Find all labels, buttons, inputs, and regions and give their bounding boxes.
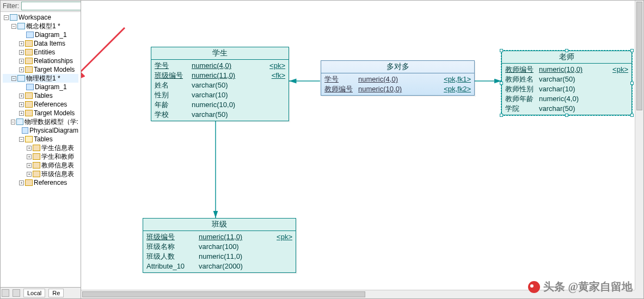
entity-title: 班级 xyxy=(143,219,296,231)
collapse-icon[interactable]: − xyxy=(4,15,9,20)
annotation-arrow xyxy=(81,22,130,93)
column-row: 班级编号numeric(11,0)<fk> xyxy=(155,71,285,80)
tree-label: References xyxy=(34,100,67,109)
expand-icon[interactable]: + xyxy=(19,50,24,55)
folder-icon xyxy=(25,40,33,47)
tree-label: Workspace xyxy=(19,13,51,22)
expand-icon[interactable]: + xyxy=(19,111,24,116)
tree-node[interactable]: + 班级信息表 xyxy=(3,170,78,178)
collapse-icon[interactable]: − xyxy=(11,76,16,81)
column-row: 性别varchar(10) xyxy=(155,90,285,100)
refresh-icon[interactable] xyxy=(2,289,9,297)
tree-node[interactable]: + References xyxy=(3,178,78,187)
tree-node[interactable]: − 物理模型1 * xyxy=(3,74,78,83)
column-row: 学院varchar(50) xyxy=(505,104,628,114)
tree-node[interactable]: + References xyxy=(3,100,78,109)
tree-node[interactable]: + 学生和教师 xyxy=(3,152,78,161)
tree-label: 教师信息表 xyxy=(41,161,74,170)
sidebar: Filter: − Workspace− 概念模型1 * Diagram_1+ … xyxy=(1,1,81,298)
folder-icon xyxy=(33,145,40,151)
tree-node[interactable]: + Entities xyxy=(3,48,78,57)
tree-node[interactable]: + Relationships xyxy=(3,57,78,65)
tree-node[interactable]: + Target Models xyxy=(3,109,78,117)
tab-repository[interactable]: Re xyxy=(48,289,64,297)
tree-label: 学生和教师 xyxy=(41,152,74,161)
column-row: 教师编号numeric(10,0)<pk> xyxy=(505,65,628,74)
entity-class[interactable]: 班级 班级编号numeric(11,0)<pk>班级名称varchar(100)… xyxy=(143,218,296,273)
tree-label: Diagram_1 xyxy=(35,30,67,39)
tree-node[interactable]: + 学生信息表 xyxy=(3,144,78,152)
column-row: 年龄numeric(10,0) xyxy=(155,100,285,110)
diagram-icon xyxy=(26,32,34,38)
entity-rows: 教师编号numeric(10,0)<pk>教师姓名varchar(50)教师性别… xyxy=(502,64,631,115)
tree-node[interactable]: − Tables xyxy=(3,135,78,144)
tree-label: 班级信息表 xyxy=(41,170,74,178)
model-icon xyxy=(10,14,17,21)
tree-label: Data Items xyxy=(34,39,65,48)
tab-local[interactable]: Local xyxy=(23,289,45,297)
scrollbar-corner xyxy=(635,290,643,298)
expand-icon[interactable]: + xyxy=(19,41,24,46)
collapse-icon[interactable]: − xyxy=(11,24,16,29)
tree-node[interactable]: PhysicalDiagram xyxy=(3,126,78,135)
object-tree[interactable]: − Workspace− 概念模型1 * Diagram_1+ Data Ite… xyxy=(1,12,81,287)
watermark: 头条 @黄家自留地 xyxy=(528,279,633,294)
diagram-icon xyxy=(22,127,28,134)
column-row: 教师编号numeric(10,0)<pk,fk2> xyxy=(324,84,471,94)
tree-label: Target Models xyxy=(34,65,75,74)
column-row: 教师年龄numeric(4,0) xyxy=(505,94,628,104)
tree-node[interactable]: + Data Items xyxy=(3,39,78,48)
entity-teacher[interactable]: 老师 教师编号numeric(10,0)<pk>教师姓名varchar(50)教… xyxy=(501,51,632,115)
column-row: 教师姓名varchar(50) xyxy=(505,74,628,84)
tree-node[interactable]: Diagram_1 xyxy=(3,30,78,39)
tree-label: Diagram_1 xyxy=(35,83,67,91)
folder-icon xyxy=(25,92,33,99)
expand-icon[interactable]: + xyxy=(27,163,32,168)
entity-title: 学生 xyxy=(151,47,289,60)
entity-student[interactable]: 学生 学号numeric(4,0)<pk>班级编号numeric(11,0)<f… xyxy=(151,47,289,121)
entity-rows: 班级编号numeric(11,0)<pk>班级名称varchar(100)班级人… xyxy=(143,231,296,272)
tree-node[interactable]: − 物理数据模型（学: xyxy=(3,117,78,126)
tree-node[interactable]: + Tables xyxy=(3,91,78,100)
tree-node[interactable]: Diagram_1 xyxy=(3,83,78,91)
tree-node[interactable]: − Workspace xyxy=(3,13,78,22)
diagram-canvas[interactable]: 学生 学号numeric(4,0)<pk>班级编号numeric(11,0)<f… xyxy=(81,1,635,290)
column-row: 班级人数numeric(11,0) xyxy=(146,252,292,261)
expand-icon[interactable]: + xyxy=(27,172,32,177)
svg-line-3 xyxy=(81,28,125,82)
folder-icon xyxy=(25,66,33,73)
folder-icon xyxy=(25,58,33,64)
tree-label: Tables xyxy=(34,135,53,144)
entity-rows: 学号numeric(4,0)<pk,fk1>教师编号numeric(10,0)<… xyxy=(321,73,474,95)
entity-title: 多对多 xyxy=(321,61,474,73)
expand-icon[interactable]: + xyxy=(19,180,24,185)
folder-icon xyxy=(25,179,33,186)
collapse-icon[interactable]: − xyxy=(19,137,24,142)
tree-node[interactable]: + Target Models xyxy=(3,65,78,74)
canvas-wrap: 学生 学号numeric(4,0)<pk>班级编号numeric(11,0)<f… xyxy=(81,1,643,298)
expand-icon[interactable]: + xyxy=(19,59,24,64)
tree-label: 物理数据模型（学: xyxy=(24,117,78,126)
folder-icon xyxy=(25,101,33,108)
tree-label: 概念模型1 * xyxy=(26,22,60,30)
expand-icon[interactable]: + xyxy=(27,146,32,151)
expand-icon[interactable]: + xyxy=(19,67,24,72)
view-icon[interactable] xyxy=(13,289,20,297)
column-row: 班级编号numeric(11,0)<pk> xyxy=(146,232,292,242)
filter-input[interactable] xyxy=(21,2,81,10)
entity-title: 老师 xyxy=(502,51,631,64)
expand-icon[interactable]: + xyxy=(27,154,32,159)
folder-icon xyxy=(33,171,40,177)
vertical-scrollbar[interactable] xyxy=(635,1,643,290)
model-icon xyxy=(17,23,25,29)
collapse-icon[interactable]: − xyxy=(11,120,15,124)
tree-label: 学生信息表 xyxy=(41,144,74,152)
sidebar-bottom-tabs: Local Re xyxy=(1,287,81,298)
tree-node[interactable]: + 教师信息表 xyxy=(3,161,78,170)
expand-icon[interactable]: + xyxy=(19,94,24,98)
tree-node[interactable]: − 概念模型1 * xyxy=(3,22,78,30)
entity-assoc[interactable]: 多对多 学号numeric(4,0)<pk,fk1>教师编号numeric(10… xyxy=(321,60,475,96)
tree-label: Relationships xyxy=(34,57,73,65)
watermark-logo-icon xyxy=(528,281,540,293)
expand-icon[interactable]: + xyxy=(19,102,24,107)
